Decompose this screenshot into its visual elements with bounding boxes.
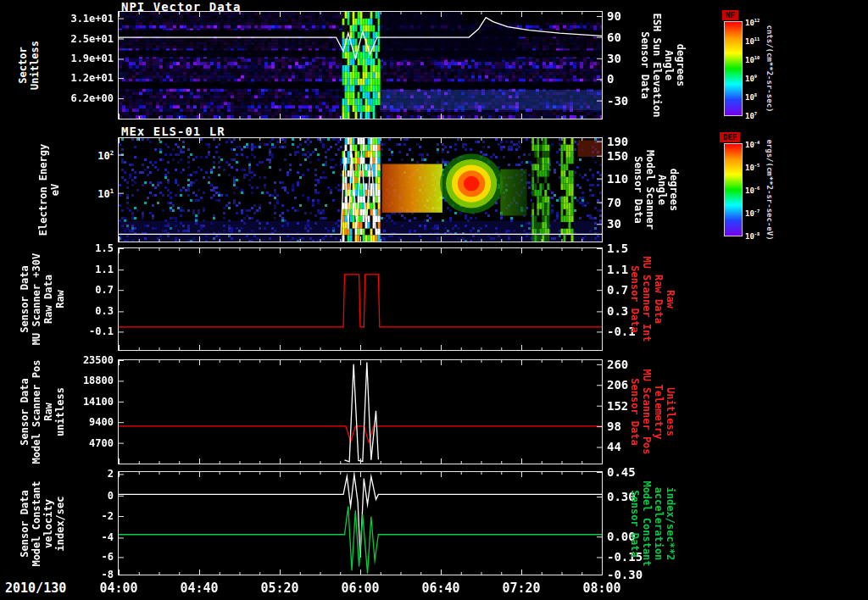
- panel-els-spectrogram-canvas: [119, 138, 602, 242]
- colorbar-def-tick-label: 10-5: [745, 163, 784, 172]
- plot-stage: NPI Vector Data MEx ELS-01 LR NF DEF 201…: [0, 0, 868, 600]
- panel1-left-tick-label: 3.1e+01: [56, 13, 114, 25]
- colorbar-nf-tick-label: 107: [745, 111, 784, 120]
- panel1-left-tick-label: 1.2e+01: [56, 72, 114, 84]
- panel-mu-scanner-30v-canvas: [119, 248, 602, 350]
- x-axis-tick-label: 04:40: [172, 581, 226, 596]
- x-axis-tick-label: 08:00: [575, 581, 629, 596]
- panel-scanner-pos-canvas: [119, 360, 602, 464]
- panel5-right-axis-title: index/sec**2accelerationModel ConstantSe…: [629, 443, 676, 600]
- els-panel-title: MEx ELS-01 LR: [121, 125, 225, 138]
- colorbar-def-tick-label: 10-7: [745, 208, 784, 218]
- colorbar-def-unit-label: ergs/(cm**2-sr-sec-eV): [765, 109, 774, 270]
- panel1-left-tick-label: 2.5e+01: [56, 33, 114, 45]
- colorbar-nf-tick-label: 1011: [745, 36, 784, 46]
- x-axis-tick-label: 07:20: [494, 581, 548, 596]
- x-axis-tick-label: 06:00: [333, 581, 387, 596]
- x-axis-tick-label: 05:20: [253, 581, 307, 596]
- colorbar-def-label: DEF: [720, 132, 740, 142]
- panel1-left-tick-label: 1.9e+01: [56, 53, 114, 64]
- colorbar-nf-tick-label: 1010: [745, 55, 784, 64]
- colorbar-def-gradient: [725, 144, 742, 236]
- panel1-left-tick-label: 6.2e+00: [56, 92, 114, 104]
- colorbar-def-tick-label: 10-8: [745, 231, 784, 241]
- colorbar-nf-label: NF: [722, 10, 738, 20]
- colorbar-nf-tick-label: 108: [745, 92, 784, 102]
- x-axis-tick-label: 04:00: [92, 581, 146, 596]
- colorbar-def-tick-label: 10-4: [745, 140, 784, 149]
- panel5-left-axis-title: Sensor DataModel Constantvelocityindex/s…: [19, 443, 66, 600]
- panel2-left-tick-label: 101: [56, 187, 114, 200]
- colorbar-def-tick-label: 10-6: [745, 186, 784, 195]
- panel2-left-tick-label: 102: [56, 149, 114, 162]
- colorbar-nf-gradient: [725, 22, 742, 115]
- colorbar-nf-tick-label: 109: [745, 74, 784, 83]
- panel-npi-spectrogram-canvas: [119, 12, 602, 119]
- colorbar-nf-tick-label: 1012: [745, 18, 784, 27]
- x-axis-tick-label: 06:40: [414, 581, 468, 596]
- panel-model-constant-canvas: [119, 472, 602, 575]
